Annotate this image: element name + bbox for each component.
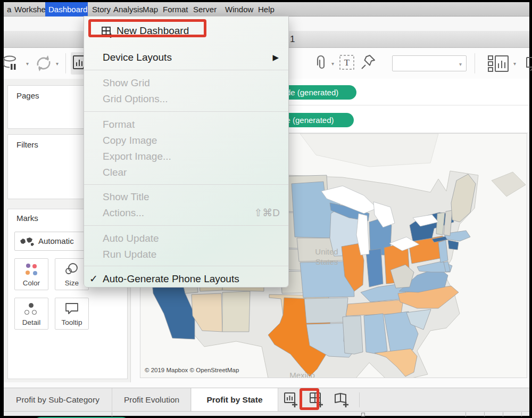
presentation-mode-icon[interactable]: [525, 53, 532, 73]
map-country-label: United States: [310, 247, 344, 267]
status-bar: [4, 411, 529, 416]
submenu-arrow-icon: ▶: [272, 50, 279, 65]
detail-button[interactable]: Detail: [14, 298, 48, 330]
color-label: Color: [15, 279, 48, 287]
new-worksheet-tab-button[interactable]: [281, 391, 301, 408]
menu-item-show-grid: Show Grid: [84, 75, 288, 91]
status-icon: [361, 413, 365, 416]
menu-item-dashboard[interactable]: Dashboard: [45, 2, 88, 17]
show-hide-cards-icon[interactable]: [487, 53, 510, 73]
toolbar-combobox[interactable]: ▾: [392, 55, 467, 71]
tabbar-divider: [359, 392, 360, 407]
menu-item-grid-options: Grid Options...: [84, 91, 288, 107]
tooltip-icon: [55, 302, 88, 316]
color-button[interactable]: Color: [14, 258, 48, 290]
marks-label: Marks: [16, 214, 38, 223]
map-state-nm[interactable]: [222, 291, 250, 332]
menu-item-map[interactable]: Map: [139, 2, 161, 17]
map-country-label: Mexico: [285, 370, 319, 378]
menu-item-actions: Actions... ⇧⌘D: [84, 205, 288, 221]
pages-label: Pages: [16, 91, 39, 100]
menu-item-auto-generate-phone-layouts[interactable]: ✓ Auto-Generate Phone Layouts: [84, 271, 288, 287]
toolbar-separator: [65, 53, 66, 73]
run-update-icon[interactable]: [34, 53, 54, 73]
menu-item-device-layouts[interactable]: Device Layouts ▶: [84, 50, 288, 65]
text-object-icon[interactable]: T: [339, 54, 355, 70]
pause-auto-updates-icon[interactable]: [3, 53, 22, 75]
run-update-caret-icon[interactable]: ▾: [56, 61, 59, 67]
annotation-red-box: [88, 19, 206, 37]
map-state-ms[interactable]: [343, 316, 363, 354]
check-icon: ✓: [89, 271, 98, 287]
app-window: a Worksheet Dashboard Story Analysis Map…: [0, 0, 532, 418]
pause-dropdown-caret-icon[interactable]: ▾: [26, 61, 29, 67]
window-title: 1: [290, 34, 295, 45]
attach-icon[interactable]: [312, 54, 329, 72]
menu-item-format[interactable]: Format: [160, 2, 192, 17]
map-glyph-icon: [19, 236, 35, 247]
tooltip-button[interactable]: Tooltip: [55, 298, 89, 330]
map-state-ar[interactable]: [304, 298, 348, 323]
menu-item-auto-update: Auto Update: [84, 231, 288, 247]
combobox-caret-icon[interactable]: ▾: [459, 61, 462, 67]
filters-label: Filters: [16, 140, 38, 149]
new-story-tab-button[interactable]: [332, 391, 352, 408]
color-icon: [26, 264, 37, 275]
shortcut-label: ⇧⌘D: [254, 205, 280, 221]
attach-caret-icon[interactable]: ▾: [331, 61, 334, 67]
menu-item-run-update: Run Update: [84, 247, 288, 263]
sheet-tab-bar: Profit by Sub-Category Profit Evolution …: [4, 388, 529, 411]
map-state-al[interactable]: [364, 314, 387, 354]
menu-item-copy-image: Copy Image: [84, 133, 288, 149]
menu-item-show-title: Show Title: [84, 189, 288, 205]
pin-icon[interactable]: [359, 53, 377, 72]
menu-bar: a Worksheet Dashboard Story Analysis Map…: [4, 2, 529, 17]
dashboard-menu: New Dashboard Device Layouts ▶ Show Grid…: [84, 16, 289, 288]
map-state-in[interactable]: [366, 249, 383, 287]
annotation-red-box: [300, 388, 319, 410]
mark-type-value: Automatic: [38, 236, 74, 245]
menu-item-export-image: Export Image...: [84, 149, 288, 165]
tab-profit-by-sub-category[interactable]: Profit by Sub-Category: [4, 388, 112, 412]
tab-profit-evolution[interactable]: Profit Evolution: [113, 388, 191, 412]
svg-text:T: T: [344, 58, 350, 68]
menu-item-help[interactable]: Help: [255, 2, 278, 17]
menu-item-clear: Clear: [84, 165, 288, 181]
menu-item-window[interactable]: Window: [222, 2, 256, 17]
tab-profit-by-state[interactable]: Profit by State: [192, 388, 278, 412]
menu-item-format: Format: [84, 117, 288, 133]
menu-item-server[interactable]: Server: [190, 2, 220, 17]
detail-icon: [24, 303, 38, 315]
tooltip-label: Tooltip: [55, 318, 88, 326]
map-attribution: © 2019 Mapbox © OpenStreetMap: [145, 367, 239, 373]
cards-caret-icon[interactable]: ▾: [513, 61, 516, 67]
detail-label: Detail: [15, 318, 48, 326]
toolbar-separator: [475, 53, 475, 73]
